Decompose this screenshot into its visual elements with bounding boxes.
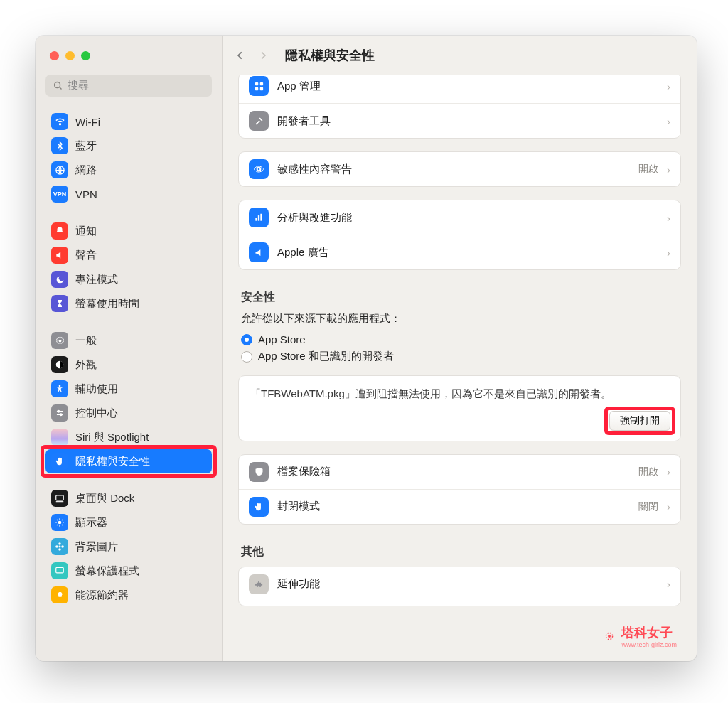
- sidebar-item-label: 隱私權與安全性: [75, 455, 150, 468]
- card-app-mgmt: App 管理 › 開發者工具 ›: [238, 75, 681, 139]
- sidebar-item-label: 輔助使用: [75, 382, 118, 396]
- sidebar-item-screensaver[interactable]: 螢幕保護程式: [46, 559, 212, 583]
- force-open-button[interactable]: 強制打開: [609, 411, 670, 431]
- svg-rect-29: [259, 82, 262, 85]
- sidebar-item-label: 螢幕保護程式: [75, 564, 139, 578]
- minimize-window-button[interactable]: [65, 51, 75, 60]
- card-security-rows: 檔案保險箱 開啟 › 封閉模式 關閉 ›: [238, 454, 681, 525]
- nav-forward-button: [258, 49, 268, 62]
- blocked-app-message: 「TFBWebATM.pkg」遭到阻擋無法使用，因為它不是來自已識別的開發者。: [239, 376, 680, 407]
- hand-icon: [249, 497, 269, 517]
- hammer-icon: [249, 111, 269, 131]
- sidebar-item-label: VPN: [75, 188, 97, 200]
- window-controls: [50, 51, 90, 60]
- sliders-icon: [51, 404, 68, 422]
- row-app-management[interactable]: App 管理 ›: [239, 75, 680, 103]
- svg-point-38: [608, 635, 611, 638]
- sidebar-item-label: 聲音: [75, 249, 97, 262]
- svg-point-4: [58, 339, 61, 342]
- chevron-right-icon: ›: [667, 500, 670, 513]
- chevron-right-icon: ›: [667, 115, 670, 127]
- sidebar-item-wallpaper[interactable]: 背景圖片: [46, 535, 212, 559]
- svg-rect-27: [56, 567, 64, 573]
- row-label: 檔案保險箱: [277, 465, 630, 478]
- toolbar: 隱私權與安全性: [223, 36, 697, 75]
- sidebar-item-wifi[interactable]: Wi-Fi: [46, 109, 212, 134]
- svg-rect-31: [259, 87, 262, 90]
- page-title: 隱私權與安全性: [285, 47, 375, 64]
- sidebar-item-label: 一般: [75, 334, 97, 348]
- search-field[interactable]: 搜尋: [46, 75, 212, 97]
- card-blocked-app: 「TFBWebATM.pkg」遭到阻擋無法使用，因為它不是來自已識別的開發者。 …: [238, 375, 681, 441]
- sun-icon: [51, 514, 68, 531]
- radio-app-store[interactable]: App Store: [241, 331, 678, 348]
- sidebar-item-appearance[interactable]: 外觀: [46, 353, 212, 377]
- sidebar-item-accessibility[interactable]: 輔助使用: [46, 377, 212, 401]
- sidebar-item-network[interactable]: 網路: [46, 158, 212, 182]
- row-sensitive-content[interactable]: 敏感性內容警告 開啟 ›: [239, 152, 680, 186]
- svg-point-2: [59, 123, 60, 124]
- sidebar-item-control-center[interactable]: 控制中心: [46, 401, 212, 425]
- svg-rect-35: [258, 215, 259, 221]
- row-apple-ads[interactable]: Apple 廣告 ›: [239, 235, 680, 269]
- sidebar-item-focus[interactable]: 專注模式: [46, 267, 212, 291]
- nav-back-button[interactable]: [235, 49, 245, 62]
- row-lockdown[interactable]: 封閉模式 關閉 ›: [239, 489, 680, 524]
- radio-bullet: [241, 334, 252, 345]
- radio-identified-devs[interactable]: App Store 和已識別的開發者: [241, 348, 678, 365]
- svg-point-22: [59, 546, 61, 548]
- section-header-other: 其他: [241, 544, 678, 559]
- row-label: Apple 廣告: [277, 246, 658, 259]
- vpn-icon: VPN: [51, 186, 68, 203]
- sidebar-group-network: Wi-Fi 藍牙 網路 VPNVPN: [46, 109, 212, 206]
- chevron-right-icon: ›: [667, 212, 670, 224]
- fullscreen-window-button[interactable]: [81, 51, 90, 60]
- content-scroll: App 管理 › 開發者工具 › 敏感性內容警告 開啟 ›: [223, 75, 697, 661]
- svg-point-33: [258, 168, 260, 171]
- svg-rect-36: [260, 214, 262, 221]
- sidebar-item-screentime[interactable]: 螢幕使用時間: [46, 291, 212, 316]
- svg-point-24: [58, 548, 61, 551]
- svg-line-20: [62, 520, 63, 520]
- sidebar-item-desktop-dock[interactable]: 桌面與 Dock: [46, 486, 212, 510]
- search-placeholder: 搜尋: [68, 79, 89, 92]
- row-status: 開啟: [638, 163, 658, 176]
- sidebar-item-privacy[interactable]: 隱私權與安全性: [46, 449, 212, 473]
- radio-label: App Store 和已識別的開發者: [258, 350, 394, 363]
- svg-point-10: [60, 414, 62, 416]
- sidebar-item-sound[interactable]: 聲音: [46, 243, 212, 267]
- allow-apps-label: 允許從以下來源下載的應用程式：: [241, 312, 678, 326]
- sidebar-item-label: 控制中心: [75, 407, 118, 420]
- sidebar-item-energy[interactable]: 能源節約器: [46, 583, 212, 607]
- svg-point-26: [61, 545, 64, 548]
- svg-point-25: [55, 545, 58, 548]
- row-extensions[interactable]: 延伸功能 ›: [239, 567, 680, 601]
- sidebar-item-siri[interactable]: Siri 與 Spotlight: [46, 425, 212, 449]
- svg-line-21: [57, 525, 58, 525]
- sidebar-item-label: 桌面與 Dock: [75, 492, 134, 505]
- card-sensitive: 敏感性內容警告 開啟 ›: [238, 151, 681, 187]
- settings-window: 搜尋 Wi-Fi 藍牙 網路 VPNVPN 通知 聲音 專注模式 螢幕使用時間 …: [36, 36, 697, 661]
- bell-icon: [51, 222, 68, 240]
- sidebar-item-label: 藍牙: [75, 139, 97, 153]
- sidebar-item-general[interactable]: 一般: [46, 328, 212, 353]
- row-filevault[interactable]: 檔案保險箱 開啟 ›: [239, 455, 680, 489]
- row-developer-tools[interactable]: 開發者工具 ›: [239, 103, 680, 138]
- sidebar-item-notifications[interactable]: 通知: [46, 219, 212, 243]
- card-analytics: 分析與改進功能 › Apple 廣告 ›: [238, 200, 681, 270]
- close-window-button[interactable]: [50, 51, 59, 60]
- section-header-security: 安全性: [241, 290, 678, 305]
- row-label: 敏感性內容警告: [277, 163, 630, 176]
- svg-point-23: [58, 542, 61, 545]
- sidebar-item-vpn[interactable]: VPNVPN: [46, 182, 212, 206]
- moon-icon: [51, 271, 68, 288]
- speaker-icon: [51, 247, 68, 264]
- bulb-icon: [51, 586, 68, 603]
- row-analytics[interactable]: 分析與改進功能 ›: [239, 200, 680, 235]
- radio-label: App Store: [258, 333, 306, 345]
- sidebar-item-label: 螢幕使用時間: [75, 297, 139, 311]
- grid-icon: [249, 76, 269, 96]
- sidebar-item-displays[interactable]: 顯示器: [46, 510, 212, 535]
- sidebar-item-bluetooth[interactable]: 藍牙: [46, 134, 212, 158]
- chart-icon: [249, 208, 269, 227]
